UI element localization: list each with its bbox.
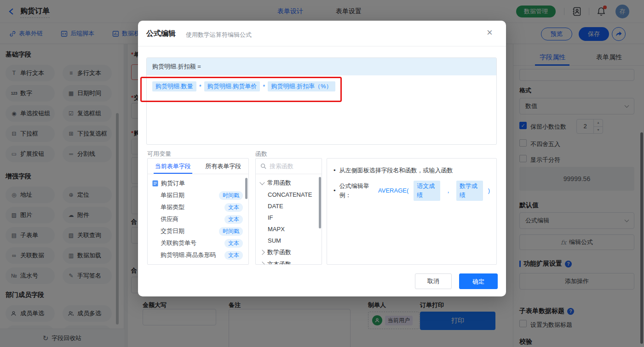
- variable-row[interactable]: 单据类型文本: [148, 201, 248, 213]
- function-group-text[interactable]: 文本函数: [256, 258, 322, 265]
- form-doc-icon: [152, 180, 158, 187]
- variable-row[interactable]: 关联购货单号文本: [148, 237, 248, 249]
- chevron-open-icon: [259, 180, 264, 185]
- confirm-button[interactable]: 确定: [459, 273, 498, 289]
- cancel-button[interactable]: 取消: [415, 273, 452, 289]
- type-badge: 时间戳: [219, 191, 243, 200]
- function-item[interactable]: IF: [256, 212, 322, 223]
- formula-help-panel: 从左侧面板选择字段名和函数，或输入函数 公式编辑举例：AVERAGE(语文成绩，…: [327, 158, 497, 265]
- example-function-open: AVERAGE(: [378, 186, 408, 195]
- variables-panel: 当前表单字段 所有表单字段 购货订单 单据日期时间戳 单据类型文本 供应商文本 …: [147, 158, 249, 265]
- variable-row[interactable]: 购货明细.商品条形码文本: [148, 249, 248, 261]
- variables-scrollbar[interactable]: [245, 178, 247, 199]
- chevron-closed-icon: [259, 262, 264, 265]
- example-comma: ，: [445, 186, 451, 195]
- function-item[interactable]: DATE: [256, 200, 322, 212]
- annotation-highlight-box: [140, 77, 342, 102]
- variable-row[interactable]: 供应商文本: [148, 213, 248, 225]
- functions-panel-label: 函数: [255, 150, 267, 158]
- type-badge: 文本: [224, 203, 243, 212]
- formula-target: 购货明细.折扣额 =: [147, 58, 496, 75]
- close-icon[interactable]: ×: [487, 28, 493, 37]
- modal-title: 公式编辑: [146, 29, 176, 39]
- function-item[interactable]: MAPX: [256, 223, 322, 235]
- help-tip-2: 公式编辑举例：AVERAGE(语文成绩，数学成绩): [334, 181, 490, 201]
- function-search-input[interactable]: [270, 163, 316, 170]
- tab-all-form-fields[interactable]: 所有表单字段: [198, 159, 249, 174]
- variables-tabs: 当前表单字段 所有表单字段: [148, 159, 248, 174]
- function-item[interactable]: SUM: [256, 235, 322, 246]
- functions-panel: 常用函数 CONCATENATE DATE IF MAPX SUM 数学函数 文…: [255, 158, 322, 265]
- type-badge: 文本: [224, 215, 243, 224]
- example-function-close: ): [488, 186, 490, 195]
- function-group-math[interactable]: 数学函数: [256, 246, 322, 258]
- example-arg-chip: 数学成绩: [456, 181, 483, 201]
- variable-row[interactable]: 交货日期时间戳: [148, 225, 248, 237]
- modal-subtitle: 使用数学运算符编辑公式: [186, 31, 252, 39]
- function-search[interactable]: [256, 159, 322, 174]
- type-badge: 文本: [224, 239, 243, 248]
- variables-panel-label: 可用变量: [147, 150, 171, 158]
- functions-scrollbar[interactable]: [319, 177, 321, 228]
- search-icon: [260, 163, 266, 169]
- variable-tree-root[interactable]: 购货订单: [148, 177, 248, 189]
- type-badge: 文本: [224, 251, 243, 260]
- function-group-common[interactable]: 常用函数: [256, 177, 322, 189]
- function-item[interactable]: CONCATENATE: [256, 189, 322, 200]
- app-root: 购货订单 表单设计 表单设置 数据管理 存: [0, 0, 644, 347]
- variable-row[interactable]: 单据日期时间戳: [148, 189, 248, 201]
- modal-header-divider: [138, 46, 506, 46]
- help-tip-1: 从左侧面板选择字段名和函数，或输入函数: [334, 166, 490, 175]
- tab-current-form-fields[interactable]: 当前表单字段: [148, 159, 198, 174]
- formula-editor-modal: 公式编辑 使用数学运算符编辑公式 × 购货明细.折扣额 = 购货明细.数量 * …: [138, 21, 506, 296]
- example-arg-chip: 语文成绩: [414, 181, 440, 201]
- type-badge: 时间戳: [219, 227, 243, 236]
- chevron-closed-icon: [259, 250, 264, 255]
